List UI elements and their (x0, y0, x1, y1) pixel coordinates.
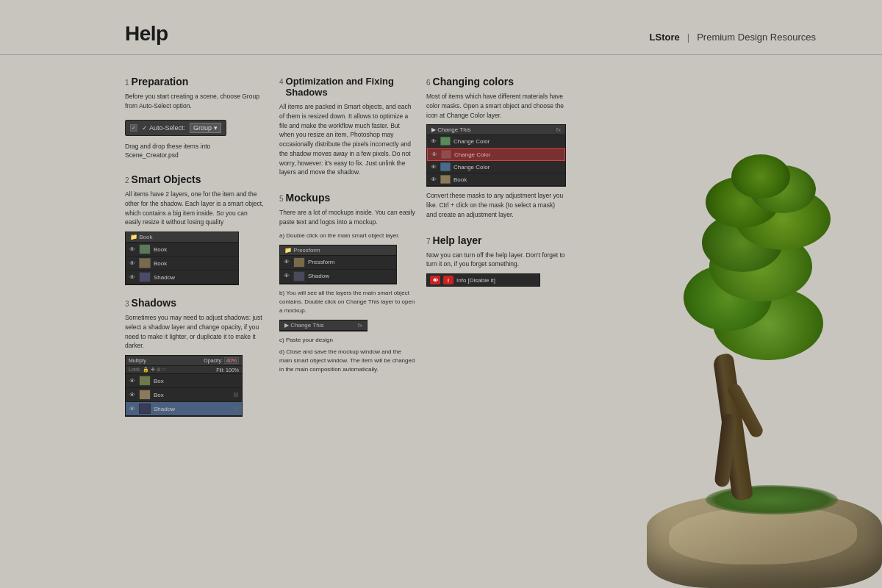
img-icon (139, 258, 151, 268)
eye-icon-5: 👁 (129, 391, 136, 398)
section-6-head: 6 Changing colors (426, 76, 566, 87)
change-color-panel: ▶ Change This fx 👁 Change Color 👁 Change… (426, 124, 566, 187)
page-container: Help LStore | Premium Design Resources 1… (0, 0, 882, 588)
eye-icon-4: 👁 (129, 377, 136, 384)
info-disable-panel: 👁 i Info [Disable it] (426, 273, 540, 287)
brand-tagline: Premium Design Resources (697, 32, 816, 43)
section-1-title: Preparation (132, 76, 189, 87)
opacity-value: 40% (224, 357, 239, 364)
layer-row-box-img: 👁 Box ⛓ (126, 388, 242, 402)
change-color-row-1: 👁 Change Color (427, 135, 565, 148)
grass (706, 485, 838, 514)
pressform-shadow-name: Shadow (308, 273, 393, 279)
pressform-header: 📁 Pressform (280, 245, 396, 256)
brand-separator: | (687, 32, 689, 43)
column-1: 1 Preparation Before you start creating … (125, 76, 279, 588)
eye-icon-3: 👁 (129, 273, 136, 281)
section-7-title: Help layer (433, 234, 482, 246)
eye-cc1: 👁 (430, 137, 437, 145)
section-2-body: All items have 2 layers, one for the ite… (125, 190, 265, 227)
shadow-icon (139, 272, 151, 282)
layer-row-shadow: 👁 Shadow (126, 270, 238, 284)
layer-pressform-shadow: 👁 Shadow (280, 270, 396, 284)
folder-icon (139, 244, 151, 254)
toolbar-dropdown[interactable]: Group ▾ (190, 123, 221, 133)
section-4-number: 4 (279, 78, 284, 86)
layer-name-book: Book (154, 246, 235, 253)
foliage-8 (731, 154, 790, 198)
layers-header-text: 📁 Book (130, 234, 152, 240)
pressform-name: Pressform (308, 259, 393, 265)
section-6-body: Most of items which have different mater… (426, 92, 566, 120)
eye-cc2: 👁 (431, 151, 438, 158)
color-swatch-1 (440, 137, 451, 146)
info-text: Info [Disable it] (456, 277, 495, 284)
book-icon-cc (440, 175, 451, 184)
section-shadows: 3 Shadows Sometimes you may need to adju… (125, 297, 265, 417)
pressform-panel: 📁 Pressform 👁 Pressform 👁 Shadow (279, 245, 397, 284)
section-6-number: 6 (426, 79, 431, 87)
section-6-title: Changing colors (433, 76, 514, 87)
layer-pressform: 👁 Pressform (280, 256, 396, 270)
trunk (712, 353, 753, 501)
section-3-title: Shadows (132, 297, 176, 309)
toolbar-label: ✓ Auto-Select: (142, 124, 185, 132)
layer-row-shadow-selected: 👁 Shadow ⛓ (126, 402, 242, 416)
change-this-label: ▶ Change This (431, 126, 470, 133)
shadow2-icon (139, 404, 151, 414)
section-preparation: 1 Preparation Before you start creating … (125, 76, 265, 160)
color-swatch-3 (440, 162, 451, 171)
layer-row-book-img: 👁 Book (126, 257, 238, 270)
cc-name-1: Change Color (453, 138, 562, 145)
column-3: 6 Changing colors Most of items which ha… (426, 76, 573, 588)
eye-icon-p1: 👁 (283, 259, 290, 266)
eye-cc3: 👁 (430, 163, 437, 171)
change-this-panel: ▶ Change This fx (279, 320, 368, 331)
eye-cc4: 👁 (430, 176, 437, 183)
lock-label: Lock: 🔒 ✚ ⊘ ∷ (129, 367, 165, 373)
column-2: 4 Optimization and Fixing Shadows All it… (279, 76, 426, 588)
section-7-body: Now you can turn off the help layer. Don… (426, 251, 566, 270)
info-red-badge: i (443, 276, 453, 284)
pressform-header-text: 📁 Pressform (284, 247, 320, 254)
change-this-text: ▶ Change This (284, 322, 323, 329)
multiply-mode: Multiply (129, 358, 146, 363)
section-6-body2: Convert these masks to any adjustment la… (426, 191, 566, 219)
layer-row-book-folder: 👁 Book (126, 243, 238, 257)
section-2-title: Smart Objects (132, 173, 201, 185)
step-d: d) Close and save the mockup window and … (279, 348, 415, 374)
dropdown-text: Group (193, 124, 212, 132)
section-changing-colors: 6 Changing colors Most of items which ha… (426, 76, 566, 220)
bonsai-container (603, 162, 882, 588)
section-1-body2: Drag and drop these items into Scene_Cre… (125, 142, 265, 161)
layers-panel-book: 📁 Book 👁 Book 👁 Book 👁 (125, 232, 239, 285)
section-5-head: 5 Mockups (279, 192, 415, 204)
pressform-img-icon (293, 257, 305, 268)
pressform-shadow-icon (293, 271, 305, 282)
section-1-body: Before you start creating a scene, choos… (125, 92, 265, 111)
auto-select-checkbox: ✓ (130, 124, 137, 132)
layers-header-book: 📁 Book (126, 232, 238, 243)
box-img-icon (139, 390, 151, 400)
fx-label: fx (358, 322, 362, 329)
chain-icon-2: ⛓ (233, 406, 239, 412)
section-3-head: 3 Shadows (125, 297, 265, 309)
cc-name-3: Change Color (453, 164, 562, 171)
change-fx: fx (556, 126, 561, 133)
section-4-body: All items are packed in Smart objects, a… (279, 102, 415, 177)
eye-icon-p2: 👁 (283, 273, 290, 280)
layer-name-box: Box (154, 378, 239, 384)
section-5-body: There are a lot of mockups inside. You c… (279, 208, 415, 227)
step-b: b) You will see all the layers the main … (279, 289, 415, 315)
checkbox-check: ✓ (132, 125, 136, 131)
layer-row-box-folder: 👁 Box (126, 374, 242, 388)
section-mockups: 5 Mockups There are a lot of mockups ins… (279, 192, 415, 374)
section-4-head: 4 Optimization and Fixing Shadows (279, 76, 415, 98)
section-3-body: Sometimes you may need to adjust shadows… (125, 313, 265, 351)
bonsai-decoration (595, 53, 882, 588)
step-a: a) Double click on the main smart object… (279, 232, 415, 240)
eye-icon: 👁 (129, 245, 136, 253)
box-folder-icon (139, 376, 151, 386)
section-5-title: Mockups (286, 192, 331, 204)
section-1-number: 1 (125, 79, 129, 87)
